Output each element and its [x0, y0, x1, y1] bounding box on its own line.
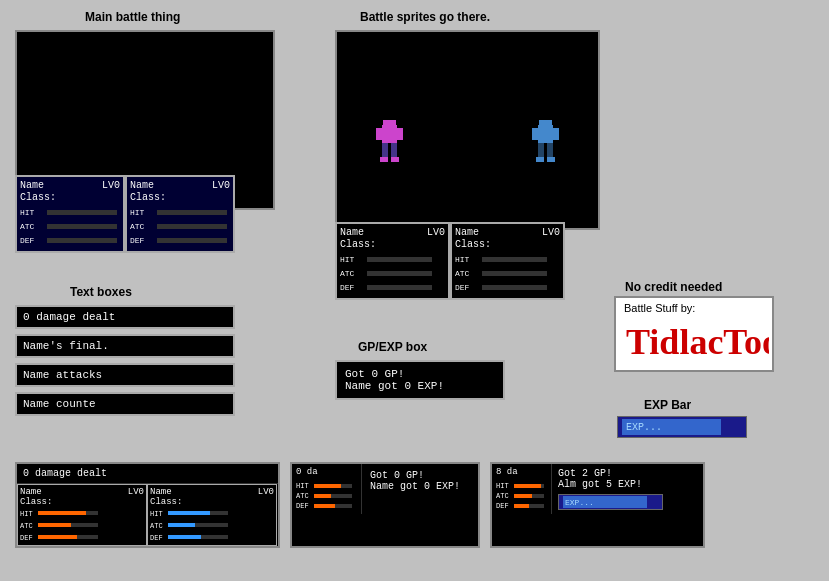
bottom-c2-name: Name — [150, 487, 172, 497]
bottom-c1-name: Name — [20, 487, 42, 497]
sprites-char1-class: Class: — [340, 239, 445, 250]
bottom-box1-text-content: 0 damage dealt — [23, 468, 107, 479]
main-battle-title: Main battle thing — [85, 10, 180, 24]
textbox4: Name counte — [15, 392, 235, 416]
svg-rect-11 — [547, 143, 553, 157]
char2-class: Class: — [130, 192, 230, 203]
char2-class-label: Class: — [130, 192, 166, 203]
bottom-box1-text: 0 damage dealt — [17, 464, 278, 484]
atc-track — [47, 224, 117, 229]
textboxes-section-label: Text boxes — [70, 285, 132, 299]
svg-rect-9 — [539, 120, 552, 130]
sp2-atc-lbl: ATC — [455, 269, 475, 278]
bottom-c1-bars: HIT ATC DEF — [20, 507, 144, 543]
bottom-exp-bar: EXP... — [558, 494, 663, 510]
no-credit-title: No credit needed — [625, 280, 722, 294]
char2-atc-bar: ATC — [130, 220, 230, 232]
svg-rect-12 — [532, 128, 538, 140]
bottom-box2-content: 0 da — [296, 467, 357, 477]
bottom-exp-fill: EXP... — [563, 496, 647, 508]
sp-c1-def: DEF — [340, 281, 445, 293]
sp-hit-track — [367, 257, 432, 262]
credit-signature: TidlacTooMiii — [624, 316, 764, 366]
exp-bar-track: EXP... — [617, 416, 747, 438]
sp-atc-lbl: ATC — [340, 269, 360, 278]
bottom-c2-level: LV0 — [258, 487, 274, 497]
sp-c1-atc: ATC — [340, 267, 445, 279]
svg-rect-4 — [376, 128, 382, 140]
textbox3-content: Name attacks — [23, 369, 102, 381]
blue-sprite — [528, 120, 563, 178]
gpexp-line1: Got 0 GP! — [345, 368, 495, 380]
sprites-char2-class: Class: — [455, 239, 560, 250]
exp-bar-fill: EXP... — [622, 419, 721, 435]
exp-bar-container: EXP... — [617, 416, 747, 438]
hit-label2: HIT — [130, 208, 150, 217]
char1-hit-bar: HIT — [20, 206, 120, 218]
bottom-c1-namerow: Name LV0 — [20, 487, 144, 497]
bottom-box2-inner: 0 da HIT ATC DEF Got 0 GP! Name got 0 EX… — [292, 464, 478, 514]
bottom-char-panels: Name LV0 Class: HIT ATC DEF Name LV0 — [17, 484, 278, 546]
sprites-char1-name: Name — [340, 227, 364, 238]
svg-rect-2 — [382, 143, 388, 157]
def-track2 — [157, 238, 227, 243]
atc-label2: ATC — [130, 222, 150, 231]
sp2-atc-track — [482, 271, 547, 276]
textbox1-content: 0 damage dealt — [23, 311, 115, 323]
no-credit-label: No credit needed — [625, 280, 722, 294]
sp-def-track — [367, 285, 432, 290]
bottom-box3-gp-line1: Got 2 GP! — [558, 468, 697, 479]
bottom-box3-inner: 8 da HIT ATC DEF Got 2 GP! Alm got 5 EXP… — [492, 464, 703, 514]
sprites-char1-namerow: Name LV0 — [340, 227, 445, 238]
main-battle-chars: Name LV0 Class: HIT ATC DEF Name — [15, 175, 235, 253]
sprites-char-panels: Name LV0 Class: HIT ATC DEF Name — [335, 222, 565, 300]
def-track — [47, 238, 117, 243]
sp2-def-lbl: DEF — [455, 283, 475, 292]
textbox2: Name's final. — [15, 334, 235, 358]
sp-c2-hit: HIT — [455, 253, 560, 265]
sprites-char2-namerow: Name LV0 — [455, 227, 560, 238]
exp-bar-title: EXP Bar — [644, 398, 691, 412]
svg-rect-14 — [536, 157, 544, 162]
bottom-box2-text: 0 da HIT ATC DEF — [292, 464, 362, 514]
textbox3: Name attacks — [15, 363, 235, 387]
char1-atc-bar: ATC — [20, 220, 120, 232]
sp-atc-track — [367, 271, 432, 276]
char2-hit-bar: HIT — [130, 206, 230, 218]
hit-track — [47, 210, 117, 215]
atc-track2 — [157, 224, 227, 229]
hit-track2 — [157, 210, 227, 215]
gpexp-section-label: GP/EXP box — [358, 340, 427, 354]
char1-name: Name — [20, 180, 44, 191]
bottom-box3-content: 8 da — [496, 467, 547, 477]
exp-bar-label: EXP... — [626, 422, 662, 433]
bottom-box3-gp-line2: Alm got 5 EXP! — [558, 479, 697, 490]
sprites-char2-name: Name — [455, 227, 479, 238]
gpexp-box: Got 0 GP! Name got 0 EXP! — [335, 360, 505, 400]
sp-def-lbl: DEF — [340, 283, 360, 292]
svg-rect-5 — [397, 128, 403, 140]
gpexp-line2: Name got 0 EXP! — [345, 380, 495, 392]
main-battle-char1: Name LV0 Class: HIT ATC DEF — [15, 175, 125, 253]
textbox2-content: Name's final. — [23, 340, 109, 352]
char2-name-row: Name LV0 — [130, 180, 230, 191]
svg-rect-15 — [547, 157, 555, 162]
signature-svg: TidlacTooMiii — [624, 316, 769, 361]
sprites-char1-level: LV0 — [427, 227, 445, 238]
bottom-box2-gp: Got 0 GP! Name got 0 EXP! — [362, 464, 468, 514]
svg-rect-7 — [391, 157, 399, 162]
bottom-c2-namerow: Name LV0 — [150, 487, 274, 497]
bottom-gp-line2: Name got 0 EXP! — [370, 481, 460, 492]
bottom-c1-level: LV0 — [128, 487, 144, 497]
gpexp-title: GP/EXP box — [358, 340, 427, 354]
pink-sprite — [372, 120, 407, 178]
bottom-c2-class: Class: — [150, 497, 274, 507]
credit-box: Battle Stuff by: TidlacTooMiii — [614, 296, 774, 372]
bottom-char2: Name LV0 Class: HIT ATC DEF — [147, 484, 277, 546]
char1-def-bar: DEF — [20, 234, 120, 246]
credit-title: Battle Stuff by: — [624, 302, 764, 314]
svg-rect-6 — [380, 157, 388, 162]
char2-def-bar: DEF — [130, 234, 230, 246]
sprites-char2-classlabel: Class: — [455, 239, 491, 250]
sp-hit-lbl: HIT — [340, 255, 360, 264]
